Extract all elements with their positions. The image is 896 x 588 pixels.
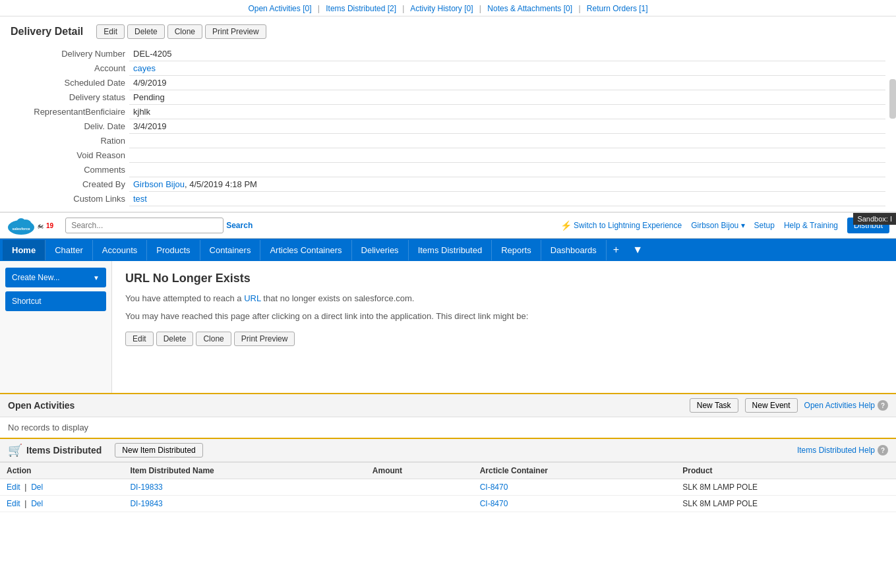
clone-button-error[interactable]: Clone	[196, 332, 231, 346]
row2-del-link[interactable]: Del	[31, 499, 43, 508]
nav-tabs: Home Chatter Accounts Products Container…	[0, 239, 896, 261]
row1-container-link[interactable]: CI-8470	[480, 483, 508, 492]
setup-link[interactable]: Setup	[754, 221, 775, 230]
nav-tab-plus[interactable]: +	[607, 239, 626, 261]
activity-history-link[interactable]: Activity History [0]	[410, 4, 473, 13]
notes-attachments-link[interactable]: Notes & Attachments [0]	[487, 4, 572, 13]
field-label-comments: Comments	[11, 163, 129, 177]
clone-button-top[interactable]: Clone	[167, 24, 202, 39]
row1-name-link[interactable]: DI-19833	[130, 483, 162, 492]
field-label-void-reason: Void Reason	[11, 148, 129, 163]
open-activities-body: No records to display	[0, 417, 896, 438]
row2-edit-link[interactable]: Edit	[7, 499, 20, 508]
field-row-created-by: Created By Girbson Bijou, 4/5/2019 4:18 …	[11, 177, 885, 192]
row2-container-link[interactable]: CI-8470	[480, 499, 508, 508]
row2-name-link[interactable]: DI-19843	[130, 499, 162, 508]
delivery-detail-header: Delivery Detail Edit Delete Clone Print …	[11, 24, 885, 39]
tab-articles-containers[interactable]: Articles Containers	[260, 240, 351, 260]
nav-tab-arrow[interactable]: ▼	[626, 239, 649, 261]
row1-edit-link[interactable]: Edit	[7, 483, 20, 492]
field-value-deliv-date: 3/4/2019	[129, 119, 885, 134]
items-title-area: 🛒 Items Distributed	[8, 443, 102, 457]
field-label-ration: Ration	[11, 134, 129, 148]
scrollbar-thumb[interactable]	[889, 79, 896, 119]
row1-name: DI-19833	[123, 479, 365, 496]
create-new-arrow-icon: ▼	[93, 274, 100, 281]
search-button[interactable]: Search	[226, 221, 253, 230]
sf-header-right: ⚡ Switch to Lightning Experience Girbson…	[560, 218, 889, 233]
field-value-ration	[129, 134, 885, 148]
search-input[interactable]	[65, 218, 224, 233]
tab-chatter[interactable]: Chatter	[45, 240, 93, 260]
tab-deliveries[interactable]: Deliveries	[352, 240, 409, 260]
field-row-ration: Ration	[11, 134, 885, 148]
open-activities-header: Open Activities New Task New Event Open …	[0, 394, 896, 417]
items-distributed-link[interactable]: Items Distributed [2]	[326, 4, 396, 13]
items-table-head: Action Item Distributed Name Amount Arct…	[0, 463, 896, 479]
tab-home[interactable]: Home	[3, 240, 45, 260]
switch-lightning-link[interactable]: ⚡ Switch to Lightning Experience	[560, 220, 682, 231]
field-value-custom-links: test	[129, 192, 885, 206]
svg-point-3	[16, 218, 26, 227]
help-training-link[interactable]: Help & Training	[784, 221, 838, 230]
open-activities-link[interactable]: Open Activities [0]	[248, 4, 311, 13]
col-product: Product	[676, 463, 896, 479]
tab-items-distributed[interactable]: Items Distributed	[409, 240, 493, 260]
salesforce-cloud-icon: salesforce	[7, 216, 36, 235]
open-activities-section: Open Activities New Task New Event Open …	[0, 393, 896, 438]
tab-accounts[interactable]: Accounts	[93, 240, 147, 260]
edit-button-error[interactable]: Edit	[125, 332, 154, 346]
row1-del-link[interactable]: Del	[31, 483, 43, 492]
tab-products[interactable]: Products	[147, 240, 200, 260]
top-nav-links: Open Activities [0] | Items Distributed …	[0, 0, 896, 16]
tab-containers[interactable]: Containers	[200, 240, 261, 260]
items-distributed-header: 🛒 Items Distributed New Item Distributed…	[0, 439, 896, 462]
open-activities-help-link[interactable]: Open Activities Help ?	[804, 400, 888, 411]
delivery-action-buttons: Edit Delete Clone Print Preview	[96, 24, 266, 39]
items-table-body: Edit | Del DI-19833 CI-8470 SLK 8M LAMP …	[0, 479, 896, 512]
field-label-account: Account	[11, 61, 129, 76]
field-label-created-by: Created By	[11, 177, 129, 192]
url-link[interactable]: URL	[244, 293, 261, 303]
items-distributed-title: Items Distributed	[26, 445, 102, 456]
row2-product: SLK 8M LAMP POLE	[676, 496, 896, 512]
edit-button-top[interactable]: Edit	[96, 24, 125, 39]
mascot-area: 🏍 19	[37, 221, 53, 229]
tab-dashboards[interactable]: Dashboards	[541, 240, 607, 260]
field-label-deliv-date: Deliv. Date	[11, 119, 129, 134]
shortcut-button[interactable]: Shortcut	[5, 291, 106, 311]
error-action-buttons: Edit Delete Clone Print Preview	[125, 332, 883, 346]
return-orders-link[interactable]: Return Orders [1]	[587, 4, 648, 13]
delivery-detail-section: Delivery Detail Edit Delete Clone Print …	[0, 16, 896, 212]
field-row-custom-links: Custom Links test	[11, 192, 885, 206]
field-value-representant: kjhlk	[129, 105, 885, 119]
field-value-delivery-status: Pending	[129, 90, 885, 105]
field-label-custom-links: Custom Links	[11, 192, 129, 206]
field-row-account: Account cayes	[11, 61, 885, 76]
field-value-created-by: Girbson Bijou, 4/5/2019 4:18 PM	[129, 177, 885, 192]
new-task-button[interactable]: New Task	[690, 398, 738, 413]
test-link[interactable]: test	[133, 194, 147, 204]
sf-search-area: Search	[65, 218, 289, 233]
new-event-button[interactable]: New Event	[745, 398, 798, 413]
tab-reports[interactable]: Reports	[492, 240, 541, 260]
delete-button-error[interactable]: Delete	[156, 332, 194, 346]
create-new-button[interactable]: Create New... ▼	[5, 268, 106, 287]
created-by-link[interactable]: Girbson Bijou	[133, 179, 185, 189]
delivery-fields-table: Delivery Number DEL-4205 Account cayes S…	[11, 47, 885, 206]
delete-button-top[interactable]: Delete	[127, 24, 165, 39]
field-row-delivery-number: Delivery Number DEL-4205	[11, 47, 885, 61]
account-link[interactable]: cayes	[133, 63, 156, 73]
delivery-detail-title: Delivery Detail	[11, 26, 83, 38]
field-value-comments	[129, 163, 885, 177]
field-row-delivery-status: Delivery status Pending	[11, 90, 885, 105]
user-menu[interactable]: Girbson Bijou ▾	[691, 221, 744, 230]
items-distributed-help-link[interactable]: Items Distributed Help ?	[797, 445, 888, 456]
print-preview-button-error[interactable]: Print Preview	[234, 332, 295, 346]
field-label-representant: RepresentantBenficiaire	[11, 105, 129, 119]
url-error-line2: You may have reached this page after cli…	[125, 310, 883, 324]
sidebar: Create New... ▼ Shortcut	[0, 261, 112, 393]
new-item-distributed-button[interactable]: New Item Distributed	[115, 443, 202, 457]
field-value-void-reason	[129, 148, 885, 163]
print-preview-button-top[interactable]: Print Preview	[205, 24, 266, 39]
